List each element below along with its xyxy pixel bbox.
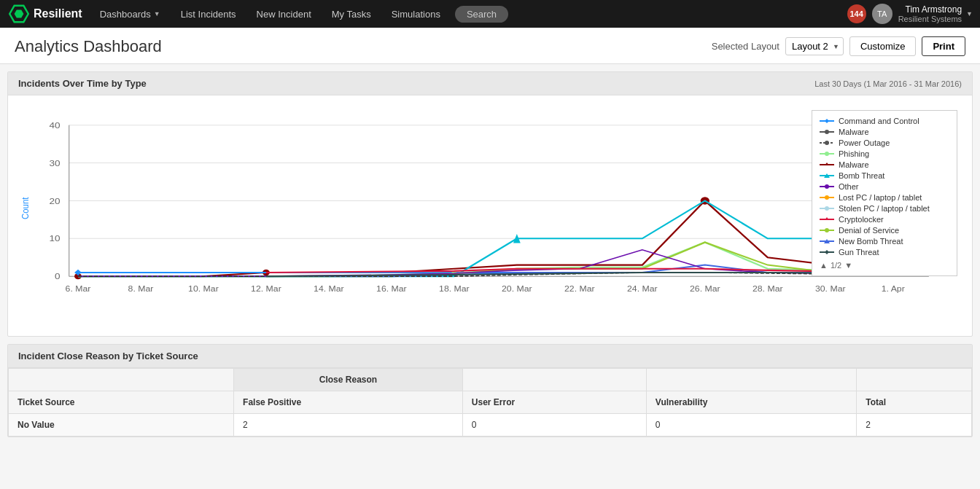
user-chevron-icon: ▼ xyxy=(966,10,973,17)
svg-text:14. Mar: 14. Mar xyxy=(314,285,344,293)
chart-section-header: Incidents Over Time by Type Last 30 Days… xyxy=(8,72,972,95)
total-header: Total xyxy=(857,391,972,414)
svg-text:20. Mar: 20. Mar xyxy=(502,285,532,293)
svg-text:40: 40 xyxy=(49,121,60,130)
svg-text:1. Apr: 1. Apr xyxy=(882,285,905,293)
svg-text:30. Mar: 30. Mar xyxy=(815,285,846,293)
chart-legend: Command and Control Malware Power Outage… xyxy=(812,110,957,276)
brand-logo-area[interactable]: Resilient xyxy=(7,4,82,24)
ticket-source-cell: No Value xyxy=(9,414,234,437)
page-title: Analytics Dashboard xyxy=(15,37,162,56)
nav-my-tasks[interactable]: My Tasks xyxy=(322,0,381,28)
svg-marker-62 xyxy=(825,250,829,254)
legend-line-icon xyxy=(820,194,834,201)
legend-item-gun-threat[interactable]: Gun Threat xyxy=(820,248,949,257)
legend-line-icon xyxy=(820,227,834,234)
nav-new-incident[interactable]: New Incident xyxy=(246,0,322,28)
svg-point-50 xyxy=(825,184,829,189)
svg-point-58 xyxy=(825,228,829,232)
svg-marker-38 xyxy=(825,119,829,123)
resilient-logo xyxy=(7,4,31,24)
legend-item-command-control[interactable]: Command and Control xyxy=(820,117,949,125)
legend-item-lost-pc[interactable]: Lost PC / laptop / tablet xyxy=(820,193,949,202)
legend-item-other[interactable]: Other xyxy=(820,182,949,191)
vulnerability-header: Vulnerability xyxy=(646,391,856,414)
total-cell: 2 xyxy=(857,414,972,437)
svg-point-42 xyxy=(825,141,829,145)
layout-controls: Selected Layout Layout 2 Layout 1 Layout… xyxy=(712,36,965,56)
svg-point-52 xyxy=(825,195,829,200)
table-row: No Value 2 0 0 2 xyxy=(9,414,972,437)
brand-name: Resilient xyxy=(34,7,82,20)
legend-item-malware-label[interactable]: Malware xyxy=(820,128,949,136)
chart-title: Incidents Over Time by Type xyxy=(18,78,147,89)
legend-item-denial-of-service[interactable]: Denial of Service xyxy=(820,226,949,235)
table-empty-corner xyxy=(9,369,234,391)
legend-line-icon xyxy=(820,172,834,179)
legend-line-icon xyxy=(820,150,834,157)
ticket-source-header: Ticket Source xyxy=(9,391,234,414)
layout-select-wrap[interactable]: Layout 2 Layout 1 Layout 3 xyxy=(785,37,844,55)
navbar: Resilient Dashboards ▼ List Incidents Ne… xyxy=(0,0,980,28)
layout-select[interactable]: Layout 2 Layout 1 Layout 3 xyxy=(785,37,844,55)
table-section-header: Incident Close Reason by Ticket Source xyxy=(8,345,972,368)
user-error-cell: 0 xyxy=(462,414,646,437)
nav-dashboards[interactable]: Dashboards ▼ xyxy=(90,0,171,28)
chevron-down-icon: ▼ xyxy=(154,10,160,17)
legend-pagination[interactable]: ▲ 1/2 ▼ xyxy=(820,261,949,270)
legend-item-new-bomb-threat[interactable]: New Bomb Threat xyxy=(820,237,949,246)
svg-text:18. Mar: 18. Mar xyxy=(439,285,470,293)
svg-text:8. Mar: 8. Mar xyxy=(128,285,154,293)
print-button[interactable]: Print xyxy=(922,36,965,56)
table-empty-col xyxy=(462,369,646,391)
svg-text:30: 30 xyxy=(49,159,60,168)
page-header: Analytics Dashboard Selected Layout Layo… xyxy=(0,28,980,64)
svg-text:12. Mar: 12. Mar xyxy=(251,285,281,293)
table-section: Incident Close Reason by Ticket Source C… xyxy=(7,344,973,437)
vulnerability-cell: 0 xyxy=(646,414,856,437)
legend-line-icon xyxy=(820,205,834,212)
svg-point-44 xyxy=(825,152,829,156)
legend-line-icon xyxy=(820,238,834,245)
svg-point-40 xyxy=(825,130,829,134)
legend-item-malware-dark[interactable]: Malware xyxy=(820,160,949,169)
customize-button[interactable]: Customize xyxy=(849,36,916,56)
layout-label: Selected Layout xyxy=(712,41,779,52)
close-reason-header: Close Reason xyxy=(234,369,463,391)
svg-text:0: 0 xyxy=(55,272,61,281)
nav-right-area: 144 TA Tim Armstrong Resilient Systems ▼ xyxy=(847,4,973,24)
legend-line-icon xyxy=(820,128,834,136)
user-org: Resilient Systems xyxy=(898,15,962,23)
user-name: Tim Armstrong xyxy=(898,4,962,15)
svg-marker-1 xyxy=(15,9,24,17)
legend-line-icon xyxy=(820,216,834,223)
nav-list-incidents[interactable]: List Incidents xyxy=(171,0,246,28)
svg-text:10: 10 xyxy=(49,234,60,243)
avatar: TA xyxy=(872,4,892,24)
user-menu[interactable]: Tim Armstrong Resilient Systems ▼ xyxy=(898,4,973,23)
svg-text:10. Mar: 10. Mar xyxy=(188,285,219,293)
legend-line-icon xyxy=(820,183,834,190)
notification-badge[interactable]: 144 xyxy=(847,4,866,23)
search-button[interactable]: Search xyxy=(455,6,508,23)
legend-line-icon xyxy=(820,249,834,256)
table-empty-col2 xyxy=(646,369,856,391)
table-empty-col3 xyxy=(857,369,972,391)
svg-text:6. Mar: 6. Mar xyxy=(66,285,91,293)
legend-line-icon xyxy=(820,117,834,125)
legend-item-phishing[interactable]: Phishing xyxy=(820,149,949,158)
legend-item-power-outage[interactable]: Power Outage xyxy=(820,138,949,147)
svg-text:20: 20 xyxy=(49,197,60,206)
legend-item-stolen-pc[interactable]: Stolen PC / laptop / tablet xyxy=(820,204,949,213)
legend-line-icon xyxy=(820,161,834,168)
nav-simulations[interactable]: Simulations xyxy=(381,0,451,28)
legend-line-icon xyxy=(820,139,834,146)
svg-text:Count: Count xyxy=(20,197,31,219)
legend-item-cryptolocker[interactable]: Cryptolocker xyxy=(820,215,949,224)
chart-container: 40 30 20 10 0 6. Mar 8. Mar 10. Mar 12. … xyxy=(8,95,972,336)
svg-text:22. Mar: 22. Mar xyxy=(564,285,595,293)
close-reason-table: Close Reason Ticket Source False Positiv… xyxy=(8,368,972,437)
svg-point-54 xyxy=(825,206,829,211)
legend-item-bomb-threat[interactable]: Bomb Threat xyxy=(820,171,949,180)
svg-text:28. Mar: 28. Mar xyxy=(752,285,783,293)
